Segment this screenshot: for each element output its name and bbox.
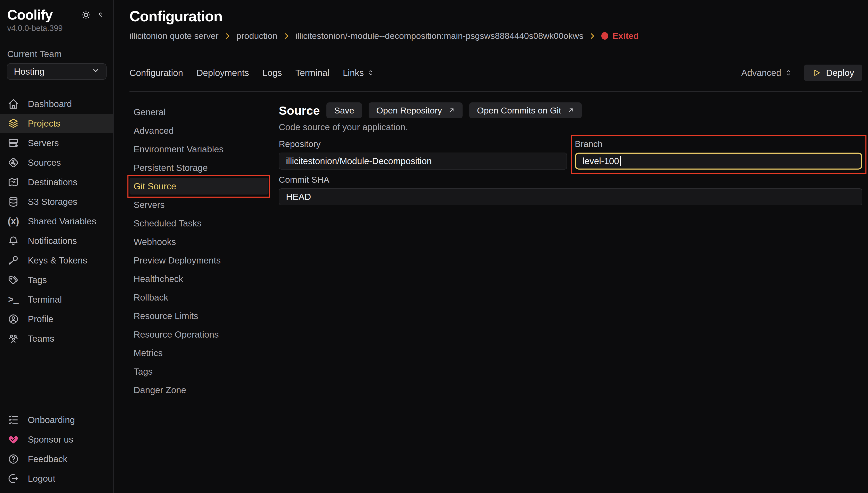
sidebar-item-servers[interactable]: Servers <box>0 133 113 153</box>
subnav-item-metrics[interactable]: Metrics <box>129 345 269 361</box>
checklist-icon <box>8 414 19 426</box>
home-icon <box>8 98 19 110</box>
sidebar-item-label: Sponsor us <box>28 434 73 445</box>
configuration-subnav: General Advanced Environment Variables P… <box>129 92 269 493</box>
tags-icon <box>8 274 19 286</box>
git-branch-icon <box>8 157 19 168</box>
sidebar-item-teams[interactable]: Teams <box>0 329 113 348</box>
subnav-item-resource-limits[interactable]: Resource Limits <box>129 308 269 324</box>
sidebar-item-keys-tokens[interactable]: Keys & Tokens <box>0 251 113 270</box>
subnav-item-advanced[interactable]: Advanced <box>129 123 269 139</box>
open-commits-button[interactable]: Open Commits on Git <box>469 102 582 119</box>
save-button[interactable]: Save <box>326 102 362 119</box>
sidebar-item-sponsor-us[interactable]: Sponsor us <box>0 430 113 449</box>
sidebar-item-label: Terminal <box>28 294 62 305</box>
subnav-item-preview-deployments[interactable]: Preview Deployments <box>129 252 269 269</box>
open-repository-label: Open Repository <box>376 106 442 115</box>
tab-configuration[interactable]: Configuration <box>129 68 183 78</box>
sidebar-item-label: Logout <box>28 473 55 484</box>
sidebar-item-label: Feedback <box>28 454 67 464</box>
subnav-item-scheduled-tasks[interactable]: Scheduled Tasks <box>129 215 269 232</box>
sidebar-item-tags[interactable]: Tags <box>0 270 113 290</box>
sidebar-item-terminal[interactable]: >_ Terminal <box>0 290 113 309</box>
main-content: Configuration illicitonion quote server … <box>114 0 868 493</box>
sidebar-item-sources[interactable]: Sources <box>0 153 113 172</box>
status-dot-icon <box>601 32 608 40</box>
source-header: Source Save Open Repository Open Commits… <box>279 102 862 119</box>
breadcrumb-environment[interactable]: production <box>237 31 277 41</box>
subnav-item-danger-zone[interactable]: Danger Zone <box>129 382 269 398</box>
team-select-value: Hosting <box>14 66 44 77</box>
open-repository-button[interactable]: Open Repository <box>368 102 463 119</box>
status-badge: Exited <box>601 31 639 41</box>
tab-label: Links <box>343 68 364 78</box>
sidebar-item-s3-storages[interactable]: S3 Storages <box>0 192 113 212</box>
subnav-item-resource-operations[interactable]: Resource Operations <box>129 326 269 343</box>
breadcrumb: illicitonion quote server production ill… <box>129 31 862 41</box>
sidebar-item-label: Sources <box>28 157 61 168</box>
help-circle-icon <box>8 453 19 465</box>
sidebar-footer-nav: Onboarding Sponsor us Feedback Logout <box>0 410 113 493</box>
sidebar-item-label: Notifications <box>28 236 77 246</box>
commit-sha-input[interactable]: HEAD <box>279 188 862 205</box>
subnav-item-tags[interactable]: Tags <box>129 363 269 380</box>
sidebar-item-destinations[interactable]: Destinations <box>0 172 113 192</box>
deploy-button[interactable]: Deploy <box>804 65 862 81</box>
chevron-right-icon <box>224 32 231 40</box>
team-select[interactable]: Hosting <box>7 63 107 80</box>
database-icon <box>8 196 19 207</box>
logout-icon <box>8 473 19 484</box>
tab-logs[interactable]: Logs <box>262 68 282 78</box>
sidebar-item-label: Onboarding <box>28 415 75 425</box>
chevron-down-icon <box>92 66 100 77</box>
server-icon <box>8 137 19 149</box>
breadcrumb-project[interactable]: illicitonion quote server <box>129 31 218 41</box>
key-icon <box>8 255 19 266</box>
sidebar-item-label: Shared Variables <box>28 216 96 227</box>
subnav-item-servers[interactable]: Servers <box>129 197 269 213</box>
sidebar-item-onboarding[interactable]: Onboarding <box>0 410 113 430</box>
branch-value: level-100 <box>583 156 619 166</box>
tabs-row: Configuration Deployments Logs Terminal … <box>129 65 862 81</box>
tabs: Configuration Deployments Logs Terminal … <box>129 68 374 78</box>
source-title: Source <box>279 103 320 117</box>
parentheses-x-icon: (x) <box>8 216 19 227</box>
subnav-item-webhooks[interactable]: Webhooks <box>129 234 269 250</box>
subnav-item-healthcheck[interactable]: Healthcheck <box>129 271 269 287</box>
sidebar-item-label: Profile <box>28 314 53 324</box>
advanced-label: Advanced <box>741 68 781 78</box>
sidebar-item-logout[interactable]: Logout <box>0 469 113 488</box>
subnav-item-label: Git Source <box>133 181 176 191</box>
users-icon <box>8 333 19 344</box>
advanced-dropdown[interactable]: Advanced <box>741 68 792 78</box>
branch-input[interactable]: level-100 <box>575 153 862 170</box>
sidebar-item-shared-variables[interactable]: (x) Shared Variables <box>0 212 113 231</box>
tab-links[interactable]: Links <box>343 68 374 78</box>
sidebar-item-notifications[interactable]: Notifications <box>0 231 113 251</box>
chevrons-up-down-icon <box>367 69 374 76</box>
sidebar-header-controls <box>81 10 104 21</box>
sidebar-item-dashboard[interactable]: Dashboard <box>0 94 113 114</box>
sidebar-item-feedback[interactable]: Feedback <box>0 449 113 469</box>
sidebar-item-label: Teams <box>28 334 54 344</box>
branch-label: Branch <box>575 139 862 149</box>
subnav-item-rollback[interactable]: Rollback <box>129 289 269 306</box>
tab-deployments[interactable]: Deployments <box>196 68 249 78</box>
heart-hands-icon <box>8 434 19 445</box>
theme-toggle-sun-icon[interactable] <box>81 10 91 21</box>
sidebar-item-profile[interactable]: Profile <box>0 309 113 329</box>
subnav-item-general[interactable]: General <box>129 104 269 121</box>
repository-input[interactable]: illicitestonion/Module-Decomposition <box>279 153 567 170</box>
sidebar-nav: Dashboard Projects Servers Sources Desti… <box>0 94 113 348</box>
tab-terminal[interactable]: Terminal <box>295 68 329 78</box>
subnav-item-persistent-storage[interactable]: Persistent Storage <box>129 159 269 176</box>
breadcrumb-application[interactable]: illicitestonion/-module--decomposition:m… <box>296 31 584 41</box>
sidebar: Coolify v4.0.0-beta.399 Current Team Hos… <box>0 0 114 493</box>
sidebar-item-label: Keys & Tokens <box>28 255 87 265</box>
sidebar-item-label: Servers <box>28 138 59 148</box>
sidebar-item-projects[interactable]: Projects <box>0 114 113 133</box>
sidebar-collapse-chevrons-icon[interactable] <box>97 11 104 20</box>
toolbar-right: Advanced Deploy <box>741 65 862 81</box>
subnav-item-git-source[interactable]: Git Source <box>129 178 269 194</box>
subnav-item-environment-variables[interactable]: Environment Variables <box>129 141 269 157</box>
